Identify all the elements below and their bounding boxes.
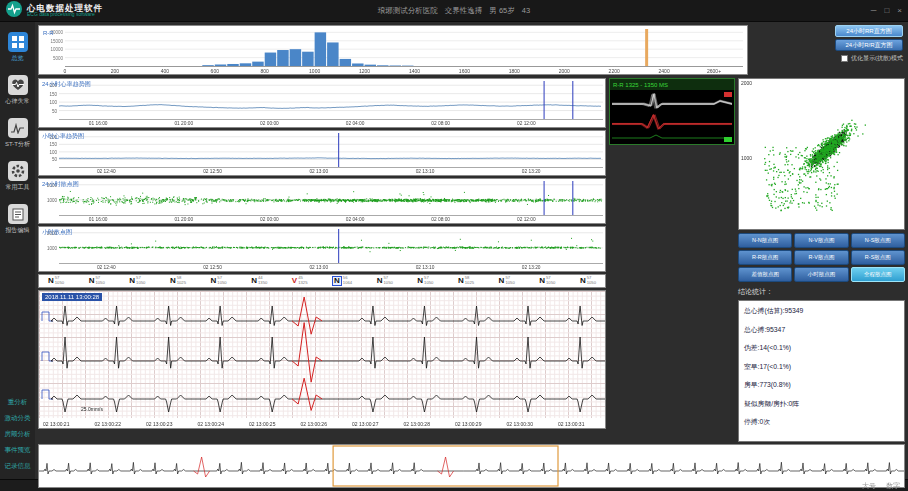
window-controls: ─□× [871,6,902,15]
beat-values: 571050 [505,276,514,285]
beat-label-8[interactable]: N571050 [377,276,393,285]
diagnosis-text: 交界性逸搏 [445,6,483,16]
scatter-button-4[interactable]: R-V散点图 [794,250,848,265]
app-subtitle: ECG data processing software [27,12,103,17]
status-item-1[interactable]: 数字 [886,481,900,491]
sidebar-link-4[interactable]: 记录信息 [5,462,31,471]
beat-template-chart[interactable] [610,90,734,144]
hr-trend-hour-chart[interactable] [39,131,605,175]
beat-label-5[interactable]: N441350 [251,276,267,285]
scatter-button-2[interactable]: N-S散点图 [851,233,905,248]
beat-values: 571050 [424,276,433,285]
beat-label-9[interactable]: N571050 [417,276,433,285]
sidebar-item-label: 心律失常 [5,97,30,106]
beat-values: 571050 [383,276,392,285]
rr-histogram-chart[interactable] [39,26,747,74]
sidebar-link-0[interactable]: 重分析 [5,398,31,407]
scatter-hour-chart[interactable] [39,227,605,271]
beat-label-7[interactable]: N561064 [332,276,352,286]
beat-rr: 1025 [465,281,474,286]
beat-rr: 1050 [95,281,104,286]
sidebar-item-arrhythmia[interactable]: 心律失常 [5,75,30,106]
beat-rr: 1050 [383,281,392,286]
poincare-panel [738,78,905,230]
scatter-button-6[interactable]: 差值散点图 [738,267,792,282]
histogram-button-1[interactable]: 24小时R/R直方图 [835,39,903,51]
hr-trend-hour-title: 小时心率趋势图 [42,132,84,141]
beat-letter: N [580,277,586,285]
histogram-button-0[interactable]: 24小时RR直方图 [835,25,903,37]
title-bar: 心电数据处理软件 ECG data processing software 琅琊… [0,0,908,22]
scatter-button-0[interactable]: N-N散点图 [738,233,792,248]
sidebar-link-3[interactable]: 事件预览 [5,446,31,455]
beat-letter: N [499,277,505,285]
sidebar-item-tools[interactable]: 常用工具 [5,161,30,192]
sidebar-item-report[interactable]: 报告编辑 [5,204,30,235]
ecg-waveform-chart[interactable] [39,291,605,428]
rhythm-strip-chart[interactable] [39,445,904,487]
sidebar-item-label: ST-T分析 [5,140,30,149]
beat-letter: N [458,277,464,285]
beat-letter: N [211,277,217,285]
beat-label-2[interactable]: N571050 [129,276,145,285]
sidebar-item-label: 总览 [5,54,30,63]
maximize-button[interactable]: □ [884,6,889,15]
beat-values: 571050 [587,276,596,285]
record-number: 43 [522,6,530,16]
sidebar-item-label: 报告编辑 [5,226,30,235]
beat-label-4[interactable]: N571050 [211,276,227,285]
display-mode-row: 优化显示(抗散)模式 [841,54,903,63]
scatter-24h-chart[interactable] [39,179,605,223]
scatter-button-7[interactable]: 小时散点图 [794,267,848,282]
sidebar-link-2[interactable]: 房颤分析 [5,430,31,439]
stat-line-5: 疑似房颤/房扑:0阵 [744,399,899,409]
sidebar-link-1[interactable]: 激动分类 [5,414,31,423]
hospital-name: 琅琊测试分析医院 [378,6,438,16]
beat-values: 561064 [343,276,352,285]
sidebar-item-stt[interactable]: ST-T分析 [5,118,30,149]
beat-values: 571050 [217,276,226,285]
beat-rr: 1050 [217,281,226,286]
app-logo-icon [6,1,22,21]
scatter-hour-title: 小时散点图 [42,228,72,237]
beat-letter: V [292,277,297,285]
scatter-24h-panel: 24小时散点图 [38,178,606,224]
beat-label-10[interactable]: N581025 [458,276,474,285]
stat-line-0: 总心搏(估算):95349 [744,306,899,316]
histogram-controls: 24小时RR直方图24小时R/R直方图 优化显示(抗散)模式 [751,25,903,75]
scatter-button-3[interactable]: R-R散点图 [738,250,792,265]
beat-label-11[interactable]: N571050 [499,276,515,285]
conclusion-stats-panel: 总心搏(估算):95349总心搏:95347伪差:14(<0.1%)室早:17(… [738,300,905,442]
beat-label-1[interactable]: N571050 [89,276,105,285]
beat-letter: N [417,277,423,285]
close-button[interactable]: × [897,6,902,15]
beat-rr: 1325 [298,281,307,286]
beat-label-13[interactable]: N571050 [580,276,596,285]
poincare-scatter-chart[interactable] [739,79,904,229]
sidebar: 总览心律失常ST-T分析常用工具报告编辑 重分析激动分类房颤分析事件预览记录信息 [0,22,35,479]
beat-label-6[interactable]: V451325 [292,276,308,285]
beat-label-3[interactable]: N581025 [170,276,186,285]
stat-line-1: 总心搏:95347 [744,325,899,335]
scatter-button-1[interactable]: N-V散点图 [794,233,848,248]
beat-annotation-row: N571050N571050N571050N581025N571050N4413… [38,274,606,288]
beat-label-12[interactable]: N571050 [539,276,555,285]
beat-label-0[interactable]: N571050 [48,276,64,285]
minimize-button[interactable]: ─ [871,6,877,15]
beat-letter: N [377,277,383,285]
hr-trend-24h-chart[interactable] [39,79,605,127]
rhythm-strip-panel [38,444,905,488]
beat-values: 571050 [546,276,555,285]
display-mode-checkbox[interactable] [841,55,848,62]
beat-template-panel: R-R 1325 - 1350 MS [609,78,735,145]
beat-values: 571050 [95,276,104,285]
beat-values: 571050 [55,276,64,285]
stat-line-6: 停搏:0次 [744,417,899,427]
hr-trend-hour-panel: 小时心率趋势图 [38,130,606,176]
sidebar-item-overview[interactable]: 总览 [5,32,30,63]
main-content: 24小时RR直方图24小时R/R直方图 优化显示(抗散)模式 24小时心率趋势图… [35,22,908,479]
beat-rr: 1050 [424,281,433,286]
status-item-0[interactable]: 大号 [862,481,876,491]
scatter-button-8[interactable]: 全程散点图 [851,267,905,282]
scatter-button-5[interactable]: R-S散点图 [851,250,905,265]
